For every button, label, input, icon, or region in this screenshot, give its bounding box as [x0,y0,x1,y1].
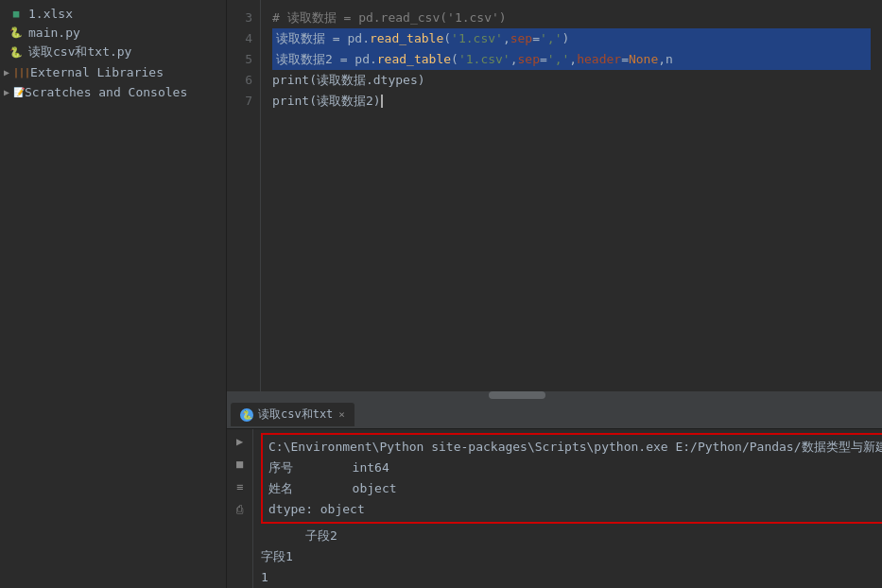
code-editor[interactable]: # 读取数据 = pd.read_csv('1.csv') 读取数据 = pd.… [261,0,882,391]
python-icon: 🐍 [8,25,25,40]
editor-scrollbar[interactable] [227,391,882,399]
console-menu-icon[interactable]: ≡ [232,478,249,495]
code-string: ',' [540,28,562,49]
line-num: 4 [234,28,252,49]
code-param: header [577,49,621,70]
line-num: 3 [234,8,252,28]
cursor [381,95,383,108]
code-method: read_table [377,49,451,70]
console-tab-label: 读取csv和txt [258,406,333,423]
sidebar-item-mainpy[interactable]: 🐍 main.py [0,23,226,42]
code-keyword: None [629,49,658,70]
line-numbers: 3 4 5 6 7 [227,0,261,391]
chevron-icon: ▶ [4,67,9,78]
chevron-icon: ▶ [4,87,9,97]
xlsx-icon: ■ [8,6,25,21]
code-param: sep [518,49,540,70]
code-text: , [510,49,518,70]
scratches-label: Scratches and Consoles [25,85,187,99]
console-text: 子段2 [261,526,337,546]
code-param: sep [510,28,532,49]
console-output-line-0: C:\Environment\Python site-packages\Scri… [268,437,882,458]
console-tabs: 🐍 读取csv和txt × [227,401,882,429]
code-string: '1.csv' [458,49,510,70]
code-string: ',' [547,49,569,70]
console-text: 1 [261,567,268,588]
code-text: ,n [658,49,673,70]
python-tab-icon: 🐍 [240,408,253,422]
code-text: = [621,49,629,70]
code-text: print(读取数据.dtypes) [272,70,425,91]
code-text: ) [562,28,570,49]
stop-button[interactable]: ■ [232,456,249,473]
console-output: C:\Environment\Python site-packages\Scri… [253,429,882,588]
code-text: = [540,49,547,70]
sidebar-item-label: main.py [28,26,80,40]
console-output-line-5: 字段1 [261,546,874,567]
sidebar-item-xlsx[interactable]: ■ 1.xlsx [0,4,226,23]
code-line-6: print(读取数据.dtypes) [272,70,871,91]
editor-area: 3 4 5 6 7 # 读取数据 = pd.read_csv('1.csv') … [227,0,882,588]
code-comment: # 读取数据 = pd.read_csv('1.csv') [272,8,507,28]
code-line-4: 读取数据 = pd.read_table('1.csv',sep=',') [272,28,871,49]
code-text: , [569,49,577,70]
scratches-icon: 📝 [13,87,25,97]
code-method: read_table [370,28,443,49]
code-line-5: 读取数据2 = pd.read_table('1.csv',sep=',',he… [272,49,871,70]
code-text: print(读取数据2) [272,91,381,112]
console-output-line-4: 子段2 [261,526,874,546]
code-text: ( [451,49,458,70]
console-tab-run[interactable]: 🐍 读取csv和txt × [231,403,355,426]
code-text: 读取数据2 = pd. [276,49,377,70]
external-libraries-icon: ||| [13,67,30,78]
sidebar-item-readpy[interactable]: 🐍 读取csv和txt.py [0,42,226,62]
scrollbar-thumb[interactable] [489,391,545,399]
console-text: C:\Environment\Python site-packages\Scri… [268,437,882,458]
close-tab-button[interactable]: × [338,408,345,421]
run-button[interactable]: ▶ [232,433,249,450]
code-text: 读取数据 = pd. [276,28,370,49]
console-output-line-6: 1 [261,567,874,588]
sidebar-item-scratches[interactable]: ▶ 📝 Scratches and Consoles [0,82,226,102]
python-icon: 🐍 [8,44,25,60]
console-text: dtype: object [268,499,365,520]
sidebar-item-external-libraries[interactable]: ▶ ||| External Libraries [0,62,226,82]
console-body: ▶ ■ ≡ ⎙ C:\Environment\Python site-packa… [227,429,882,588]
line-num: 5 [234,49,252,70]
code-string: '1.csv' [451,28,503,49]
sidebar-item-label: 1.xlsx [28,7,73,21]
code-text: ( [443,28,451,49]
console-text: 序号 int64 [268,458,389,478]
console-text: 字段1 [261,546,293,567]
print-icon[interactable]: ⎙ [232,501,249,518]
sidebar-item-label: 读取csv和txt.py [28,43,131,61]
console-area: 🐍 读取csv和txt × ▶ ■ ≡ ⎙ C:\Environment\Pyt… [227,399,882,588]
console-left-icons: ▶ ■ ≡ ⎙ [227,429,253,588]
line-num: 6 [234,70,252,91]
external-libraries-label: External Libraries [30,65,164,79]
code-line-3: # 读取数据 = pd.read_csv('1.csv') [272,8,871,28]
console-highlighted-block: C:\Environment\Python site-packages\Scri… [261,433,882,524]
sidebar-tree: ■ 1.xlsx 🐍 main.py 🐍 读取csv和txt.py ▶ ||| … [0,0,226,588]
sidebar: ■ 1.xlsx 🐍 main.py 🐍 读取csv和txt.py ▶ ||| … [0,0,227,588]
console-text: 姓名 object [268,478,397,499]
console-output-line-1: 序号 int64 [268,458,882,478]
editor-content: 3 4 5 6 7 # 读取数据 = pd.read_csv('1.csv') … [227,0,882,391]
console-output-line-2: 姓名 object [268,478,882,499]
code-text: = [532,28,540,49]
code-text: , [503,28,510,49]
code-line-7: print(读取数据2) [272,91,871,112]
line-num: 7 [234,91,252,112]
console-output-line-3: dtype: object [268,499,882,520]
